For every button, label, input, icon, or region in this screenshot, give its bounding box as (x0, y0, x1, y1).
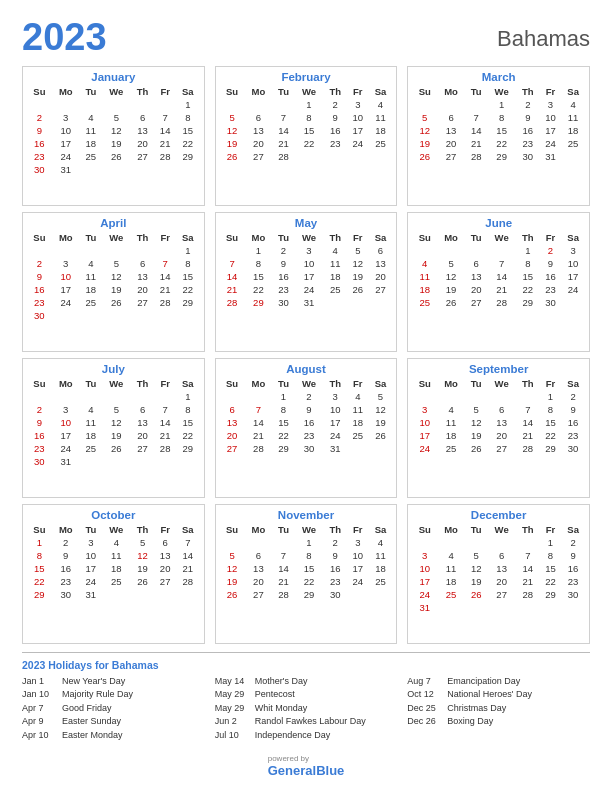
cal-day (487, 536, 516, 549)
cal-day: 29 (272, 442, 294, 455)
cal-day: 10 (412, 416, 437, 429)
cal-day: 24 (540, 137, 562, 150)
cal-day: 10 (347, 111, 369, 124)
cal-day (131, 98, 155, 111)
cal-day: 24 (347, 575, 369, 588)
cal-day: 28 (154, 150, 176, 163)
cal-day: 25 (347, 429, 369, 442)
month-title: May (220, 217, 393, 229)
holiday-item: May 29Pentecost (215, 688, 398, 702)
cal-day: 26 (102, 296, 131, 309)
cal-day (52, 390, 80, 403)
cal-day: 30 (272, 296, 294, 309)
cal-day: 26 (102, 442, 131, 455)
cal-day (244, 390, 272, 403)
cal-day: 20 (437, 137, 465, 150)
day-header: Sa (369, 377, 393, 390)
cal-day: 9 (323, 111, 347, 124)
cal-day: 2 (27, 257, 52, 270)
month-title: November (220, 509, 393, 521)
cal-day: 11 (369, 111, 393, 124)
holiday-name: Majority Rule Day (62, 688, 133, 702)
cal-day: 6 (244, 549, 272, 562)
day-header: Th (131, 231, 155, 244)
day-header: Su (412, 377, 437, 390)
holiday-item: Apr 7Good Friday (22, 702, 205, 716)
day-header: Tu (465, 377, 487, 390)
day-header: Mo (437, 85, 465, 98)
cal-day: 3 (540, 98, 562, 111)
day-header: We (487, 231, 516, 244)
holiday-date: May 29 (215, 688, 249, 702)
cal-day: 16 (561, 416, 585, 429)
day-header: Fr (540, 231, 562, 244)
cal-day: 3 (52, 403, 80, 416)
cal-day: 16 (52, 562, 80, 575)
holiday-item: Oct 12National Heroes' Day (407, 688, 590, 702)
cal-day: 28 (154, 296, 176, 309)
cal-day: 10 (52, 270, 80, 283)
cal-day: 3 (412, 549, 437, 562)
holidays-title: 2023 Holidays for Bahamas (22, 659, 590, 671)
holiday-name: Easter Monday (62, 729, 123, 743)
cal-day: 27 (487, 588, 516, 601)
cal-day: 23 (52, 575, 80, 588)
cal-day: 20 (487, 575, 516, 588)
cal-day: 21 (487, 283, 516, 296)
day-header: Th (131, 85, 155, 98)
cal-day: 16 (540, 270, 562, 283)
cal-day: 15 (176, 270, 200, 283)
cal-day (516, 536, 540, 549)
cal-day: 23 (561, 575, 585, 588)
cal-day: 21 (516, 575, 540, 588)
cal-table: SuMoTuWeThFrSa12345678910111213141516171… (220, 377, 393, 455)
cal-table: SuMoTuWeThFrSa12345678910111213141516171… (412, 523, 585, 614)
cal-day: 12 (465, 562, 487, 575)
cal-day: 9 (295, 403, 324, 416)
cal-day: 25 (369, 137, 393, 150)
cal-day: 3 (347, 98, 369, 111)
month-title: June (412, 217, 585, 229)
day-header: Th (323, 523, 347, 536)
cal-day: 15 (272, 416, 294, 429)
cal-day: 6 (154, 536, 176, 549)
cal-day (369, 150, 393, 163)
cal-day: 15 (295, 124, 324, 137)
cal-day (80, 309, 102, 322)
cal-day: 15 (244, 270, 272, 283)
cal-day: 19 (102, 137, 131, 150)
cal-day: 7 (272, 111, 294, 124)
cal-day: 8 (295, 111, 324, 124)
cal-day: 8 (487, 111, 516, 124)
cal-day: 30 (27, 309, 52, 322)
cal-day: 22 (295, 575, 324, 588)
cal-day: 24 (295, 283, 324, 296)
day-header: Su (220, 231, 245, 244)
cal-day: 9 (27, 270, 52, 283)
cal-day: 3 (80, 536, 102, 549)
cal-day: 21 (154, 429, 176, 442)
cal-day: 7 (176, 536, 200, 549)
cal-day: 5 (465, 403, 487, 416)
day-header: Su (220, 85, 245, 98)
cal-day: 4 (347, 390, 369, 403)
cal-day (102, 163, 131, 176)
cal-day: 7 (154, 403, 176, 416)
holiday-date: Jun 2 (215, 715, 249, 729)
cal-day: 6 (487, 403, 516, 416)
cal-day (154, 98, 176, 111)
cal-day: 13 (131, 416, 155, 429)
cal-day: 15 (540, 416, 562, 429)
cal-day: 25 (561, 137, 585, 150)
cal-day: 27 (465, 296, 487, 309)
day-header: We (487, 85, 516, 98)
cal-day: 6 (487, 549, 516, 562)
cal-day: 10 (347, 549, 369, 562)
cal-day: 29 (176, 296, 200, 309)
cal-day: 15 (176, 416, 200, 429)
cal-day: 17 (412, 575, 437, 588)
holiday-name: Independence Day (255, 729, 331, 743)
cal-day: 17 (295, 270, 324, 283)
cal-day: 14 (244, 416, 272, 429)
holiday-name: New Year's Day (62, 675, 125, 689)
